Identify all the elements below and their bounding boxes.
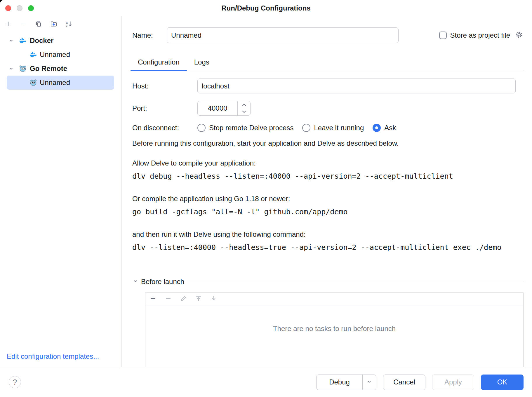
- copy-configuration-button[interactable]: [34, 20, 43, 29]
- edit-configuration-templates-link[interactable]: Edit configuration templates...: [7, 352, 99, 361]
- host-row: Host:: [132, 79, 524, 93]
- port-stepper: [197, 101, 251, 116]
- chevron-up-icon: [242, 102, 246, 107]
- svg-text:a: a: [66, 21, 68, 24]
- close-button[interactable]: [5, 5, 11, 11]
- host-label: Host:: [132, 82, 197, 90]
- arrow-down-to-line-icon: [210, 295, 217, 303]
- copy-icon: [35, 20, 42, 29]
- radio-label: Leave it running: [314, 124, 364, 132]
- before-launch-toolbar: [145, 293, 523, 306]
- tab-label: Configuration: [138, 58, 180, 66]
- before-launch-header: Before launch: [132, 277, 524, 286]
- window-controls: [5, 5, 34, 11]
- radio-label: Stop remote Delve process: [209, 124, 293, 132]
- build-command: go build -gcflags "all=-N -l" github.com…: [132, 207, 524, 217]
- configurations-tree: Docker Unnamed Go Remote Unnamed: [0, 34, 121, 90]
- move-task-down-button[interactable]: [210, 295, 218, 303]
- gopher-icon: [19, 65, 27, 73]
- pencil-icon: [180, 295, 187, 303]
- intro-text: Before running this configuration, start…: [132, 139, 524, 148]
- debug-button-label: Debug: [317, 378, 362, 386]
- store-as-project-file-label: Store as project file: [450, 31, 510, 39]
- tab-logs[interactable]: Logs: [187, 54, 217, 71]
- tree-item-docker-unnamed[interactable]: Unnamed: [7, 48, 114, 62]
- radio-ask[interactable]: Ask: [373, 124, 396, 132]
- chevron-down-icon[interactable]: [8, 37, 15, 44]
- port-increment-button[interactable]: [238, 101, 250, 108]
- section-divider: [188, 282, 524, 282]
- remove-configuration-button[interactable]: [19, 20, 27, 29]
- tabs: Configuration Logs: [131, 54, 524, 71]
- question-mark-icon: ?: [13, 378, 17, 386]
- apply-button[interactable]: Apply: [432, 375, 474, 390]
- dialog-title: Run/Debug Configurations: [221, 4, 310, 12]
- sort-configurations-button[interactable]: az: [65, 20, 73, 29]
- sort-az-icon: az: [65, 20, 72, 29]
- before-launch-panel: There are no tasks to run before launch: [145, 292, 524, 367]
- chevron-down-icon: [366, 378, 372, 386]
- before-launch-collapse-toggle[interactable]: [132, 278, 139, 285]
- radio-leave-running[interactable]: Leave it running: [302, 124, 364, 132]
- move-task-up-button[interactable]: [194, 295, 203, 303]
- host-input[interactable]: [197, 79, 516, 93]
- compile-command: dlv debug --headless --listen=:40000 --a…: [132, 172, 524, 181]
- debug-button[interactable]: Debug: [316, 375, 376, 390]
- on-disconnect-label: On disconnect:: [132, 124, 197, 132]
- edit-task-button[interactable]: [179, 295, 187, 303]
- new-folder-icon: [50, 20, 57, 29]
- arrow-up-to-line-icon: [195, 295, 202, 303]
- tab-configuration[interactable]: Configuration: [131, 54, 187, 71]
- tree-item-label: Docker: [30, 36, 53, 45]
- minus-icon: [20, 20, 27, 29]
- project-file-settings-button[interactable]: [515, 31, 524, 40]
- chevron-down-icon: [133, 278, 138, 285]
- name-row: Name: Store as project file: [132, 27, 524, 43]
- compile-title: Allow Delve to compile your application:: [132, 159, 524, 168]
- plus-icon: [5, 20, 12, 29]
- port-decrement-button[interactable]: [238, 108, 250, 115]
- radio-selected-icon: [373, 124, 381, 132]
- before-launch-title: Before launch: [141, 278, 184, 286]
- run-debug-configurations-dialog: Run/Debug Configurations az: [0, 0, 532, 397]
- gopher-icon: [29, 79, 37, 87]
- debug-dropdown-button[interactable]: [363, 375, 376, 390]
- svg-text:z: z: [66, 24, 67, 27]
- tree-item-label: Go Remote: [30, 65, 67, 73]
- minimize-button[interactable]: [17, 5, 22, 11]
- add-task-button[interactable]: [149, 295, 157, 303]
- port-row: Port:: [132, 101, 524, 116]
- port-label: Port:: [132, 104, 197, 112]
- tree-item-go-remote-unnamed[interactable]: Unnamed: [7, 76, 114, 90]
- chevron-down-icon: [242, 109, 246, 114]
- tree-item-label: Unnamed: [40, 51, 70, 59]
- plus-icon: [149, 295, 157, 303]
- docker-icon: [29, 51, 37, 59]
- before-launch-empty-text: There are no tasks to run before launch: [145, 325, 523, 333]
- port-input[interactable]: [198, 101, 237, 115]
- gear-icon: [515, 31, 523, 40]
- docker-icon: [19, 36, 27, 45]
- name-input[interactable]: [167, 27, 399, 43]
- name-label: Name:: [132, 31, 167, 39]
- minus-icon: [165, 295, 172, 303]
- radio-stop-remote-delve[interactable]: Stop remote Delve process: [197, 124, 293, 132]
- new-folder-button[interactable]: [50, 20, 58, 29]
- tree-item-docker[interactable]: Docker: [0, 34, 121, 48]
- cancel-button[interactable]: Cancel: [383, 375, 425, 390]
- radio-icon: [302, 124, 310, 132]
- store-as-project-file-checkbox[interactable]: [439, 32, 447, 39]
- tree-item-go-remote[interactable]: Go Remote: [0, 62, 121, 76]
- chevron-down-icon[interactable]: [8, 65, 15, 72]
- sidebar: az Docker Unnamed Go Remote Unnamed: [0, 16, 121, 367]
- zoom-button[interactable]: [28, 5, 34, 11]
- radio-label: Ask: [384, 124, 396, 132]
- help-button[interactable]: ?: [9, 376, 21, 388]
- remove-task-button[interactable]: [164, 295, 172, 303]
- add-configuration-button[interactable]: [4, 20, 12, 29]
- store-as-project-file-group: Store as project file: [439, 31, 524, 40]
- run-command: dlv --listen=:40000 --headless=true --ap…: [132, 243, 524, 252]
- footer: ? Debug Cancel Apply OK: [0, 367, 532, 397]
- tab-label: Logs: [194, 58, 209, 66]
- ok-button[interactable]: OK: [481, 375, 524, 390]
